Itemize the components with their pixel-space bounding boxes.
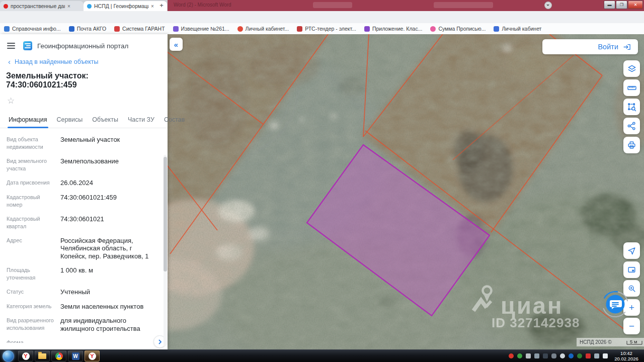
panel-tab[interactable]: Состав (164, 116, 185, 128)
tray-icon[interactable] (551, 353, 556, 358)
object-info-panel: Геоинформационный портал ‹ Назад в найде… (0, 34, 168, 349)
tab-close-icon[interactable]: × (67, 4, 70, 9)
attribute-label: Площадь уточненная (7, 266, 55, 282)
portal-title: Геоинформационный портал (37, 42, 128, 50)
login-icon (623, 43, 631, 51)
tray-icon[interactable] (517, 353, 522, 358)
bookmark-item[interactable]: Личный кабинет... (237, 26, 289, 32)
taskbar-yandex-browser[interactable]: Y (18, 350, 33, 361)
polygon-select-button[interactable] (623, 99, 640, 115)
polygon-select-icon (627, 102, 637, 112)
share-icon (627, 121, 636, 131)
attribute-label: Статус (7, 288, 55, 296)
back-link[interactable]: ‹ Назад в найденные объекты (0, 50, 168, 65)
attribute-row: Статус Учтенный (0, 288, 168, 296)
attribute-row: Категория земель Земли населенных пункто… (0, 303, 168, 311)
taskbar-chrome[interactable] (51, 350, 66, 361)
login-button[interactable]: Войти (542, 39, 638, 54)
minimize-button[interactable]: ▬ (604, 1, 615, 9)
measure-button[interactable] (623, 79, 640, 96)
panel-tab[interactable]: Информация (9, 116, 47, 128)
browser-tab-strip: пространственные данные рос × НСПД | Гео… (0, 0, 168, 11)
bookmark-label: Сумма Прописью... (438, 26, 486, 32)
bookmark-item[interactable]: РТС-тендер - элект... (297, 26, 356, 32)
taskbar-word[interactable]: W (68, 350, 83, 361)
chevrons-left-icon: « (174, 40, 178, 49)
bookmark-favicon (297, 26, 302, 32)
tab-close-icon[interactable]: × (151, 4, 154, 9)
tray-icon[interactable] (543, 353, 548, 358)
bookmark-item[interactable]: Почта АКГО (69, 26, 106, 32)
tray-icon[interactable] (594, 353, 599, 358)
bookmark-item[interactable]: Система ГАРАНТ (114, 26, 165, 32)
restore-button[interactable]: ❐ (616, 1, 627, 9)
menu-hamburger-icon[interactable] (7, 43, 15, 49)
tray-icon[interactable] (509, 353, 514, 358)
attribute-value: 74:30:0601021 (60, 215, 159, 230)
attribute-row: Вид объекта недвижимости Земельный участ… (0, 136, 168, 151)
bookmark-favicon (4, 26, 10, 32)
panel-scrollbar[interactable] (164, 155, 167, 346)
share-button[interactable] (623, 118, 640, 134)
bookmark-item[interactable]: Справочная инфо... (4, 26, 61, 32)
satellite-map: циан ID 327142938 НСПД 2026 © 5 м (168, 34, 644, 349)
map-attribution: НСПД 2026 © 5 м (577, 338, 644, 346)
bookmark-favicon (494, 26, 499, 32)
close-button[interactable]: ✕ (628, 1, 643, 9)
panel-tab[interactable]: Объекты (92, 116, 118, 128)
overview-map-button[interactable] (623, 261, 640, 278)
start-button[interactable] (3, 350, 14, 362)
bookmark-label: Справочная инфо... (12, 26, 61, 32)
attribute-row: Вид разрешенного использования для индив… (0, 317, 168, 332)
attribute-value: Российская Федерация, Челябинская област… (60, 237, 159, 260)
attribute-value: – (60, 339, 159, 343)
bookmark-item[interactable]: Приложение. Клас... (364, 26, 423, 32)
favorite-star-icon[interactable]: ☆ (7, 96, 18, 107)
collapse-panel-button[interactable]: « (170, 38, 183, 51)
panel-tab[interactable]: Части ЗУ (128, 116, 154, 128)
bookmark-label: РТС-тендер - элект... (305, 26, 356, 32)
tray-icon[interactable] (526, 353, 531, 358)
panel-tabs: ИнформацияСервисыОбъектыЧасти ЗУСостав (0, 114, 168, 128)
nspd-logo-icon[interactable] (23, 41, 32, 50)
chevron-down-icon[interactable] (544, 2, 552, 9)
bookmark-item[interactable]: Извещение №261... (173, 26, 229, 32)
zoom-out-button[interactable]: − (623, 318, 640, 334)
tray-icon[interactable] (586, 353, 591, 358)
print-button[interactable] (623, 137, 640, 153)
windows-taskbar: Y W Y 10:42 20.02.2026 (0, 349, 644, 362)
attribute-row: Вид земельного участка Землепользование (0, 157, 168, 172)
tray-icon[interactable] (603, 353, 608, 358)
attribute-row: Адрес Российская Федерация, Челябинская … (0, 237, 168, 260)
tray-icon[interactable] (560, 353, 565, 358)
layers-button[interactable] (623, 60, 640, 77)
panel-tab[interactable]: Сервисы (57, 116, 83, 128)
bookmark-favicon (237, 26, 243, 32)
attribute-value: Земли населенных пунктов (60, 303, 159, 311)
browser-tab-1[interactable]: пространственные данные рос × (0, 1, 84, 11)
bookmarks-bar: Справочная инфо... Почта АКГО Система ГА… (0, 23, 644, 35)
bookmark-favicon (173, 26, 179, 32)
bookmark-item[interactable]: Сумма Прописью... (430, 26, 486, 32)
attribute-label: Кадастровый номер (7, 194, 55, 209)
new-tab-button[interactable]: + (158, 2, 165, 9)
bookmark-item[interactable]: Личный кабинет (494, 26, 541, 32)
tray-icon[interactable] (577, 353, 582, 358)
taskbar-yandex-active[interactable]: Y (85, 350, 100, 361)
tray-icon[interactable] (534, 353, 539, 358)
attribute-value: 26.06.2024 (60, 179, 159, 187)
clock-time: 10:42 (612, 350, 641, 356)
tray-icon[interactable] (569, 353, 574, 358)
attribute-label: Категория земель (7, 303, 55, 311)
taskbar-file-explorer[interactable] (35, 350, 50, 361)
bookmark-favicon (364, 26, 370, 32)
bookmark-favicon (69, 26, 74, 32)
scrollbar-thumb[interactable] (164, 157, 167, 272)
attribute-value: 1 000 кв. м (60, 266, 159, 282)
map-canvas[interactable]: циан ID 327142938 НСПД 2026 © 5 м « Войт… (168, 34, 644, 349)
chat-widget-button[interactable] (601, 290, 629, 318)
geolocate-button[interactable] (623, 242, 640, 259)
taskbar-clock[interactable]: 10:42 20.02.2026 (612, 350, 641, 361)
attribute-value: Учтенный (60, 288, 159, 296)
browser-tab-2[interactable]: НСПД | Геоинформационный п × (84, 1, 167, 11)
